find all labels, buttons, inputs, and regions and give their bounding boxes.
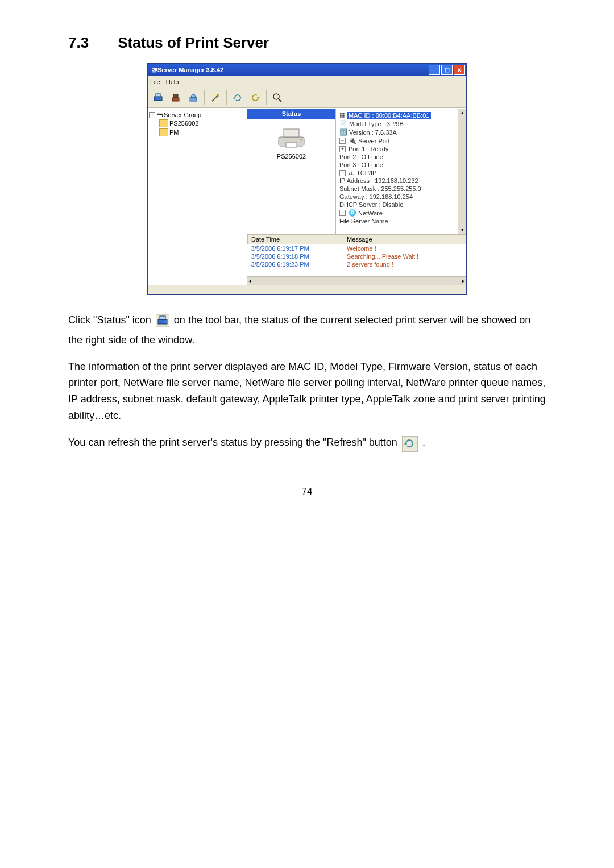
tree-item-ps[interactable]: PS256002 bbox=[149, 119, 246, 128]
detail-dhcp: DHCP Server : Disable bbox=[339, 201, 403, 208]
reboot-tool-icon[interactable] bbox=[247, 90, 263, 106]
detail-netware: NetWare bbox=[358, 210, 383, 217]
detail-gateway: Gateway : 192.168.10.254 bbox=[339, 193, 413, 200]
table-row: 3/5/2006 6:19:18 PMSearching... Please W… bbox=[248, 252, 466, 260]
svg-rect-3 bbox=[172, 98, 179, 101]
paragraph-3: You can refresh the print server's statu… bbox=[68, 434, 546, 452]
section-title: Status of Print Server bbox=[118, 34, 269, 51]
folder-icon bbox=[159, 119, 168, 127]
setup-tool-icon[interactable] bbox=[168, 90, 184, 106]
port-icon: 🔌 bbox=[349, 137, 356, 144]
menu-help[interactable]: Help bbox=[166, 78, 179, 85]
detail-version: Version : 7.6.33A bbox=[349, 129, 397, 136]
minimize-button[interactable]: _ bbox=[429, 65, 440, 75]
detail-subnet: Subnet Mask : 255.255.255.0 bbox=[339, 185, 421, 192]
wizard-tool-icon[interactable] bbox=[208, 90, 223, 106]
window-statusbar bbox=[148, 285, 466, 294]
detail-tree: ▦MAC ID : 00:00:B4:AA:BB:01 📄Model Type … bbox=[336, 109, 458, 234]
svg-rect-4 bbox=[173, 94, 178, 98]
paragraph-1: Click "Status" icon on the tool bar, the… bbox=[68, 312, 546, 348]
window-title: Server Manager 3.8.42 bbox=[157, 67, 428, 73]
printer-name: PS256002 bbox=[277, 153, 306, 160]
log-panel: Date Time Message 3/5/2006 6:19:17 PMWel… bbox=[247, 234, 466, 285]
detail-serverport: Server Port bbox=[358, 138, 390, 144]
svg-marker-10 bbox=[257, 97, 260, 99]
svg-rect-19 bbox=[160, 316, 165, 319]
screenshot: 🖳 Server Manager 3.8.42 _ ☐ ✕ File Help bbox=[68, 63, 546, 295]
svg-marker-9 bbox=[233, 97, 236, 99]
detail-ip: IP Address : 192.168.10.232 bbox=[339, 177, 418, 184]
svg-point-7 bbox=[212, 95, 213, 96]
svg-marker-6 bbox=[217, 94, 219, 97]
col-datetime[interactable]: Date Time bbox=[248, 235, 343, 244]
detail-fileserver: File Server Name : bbox=[339, 218, 392, 225]
version-icon: 🔢 bbox=[339, 128, 347, 136]
table-row: 3/5/2006 6:19:17 PMWelcome ! bbox=[248, 244, 466, 253]
detail-mac: MAC ID : 00:00:B4:AA:BB:01 bbox=[347, 112, 431, 119]
menu-bar: File Help bbox=[148, 76, 466, 88]
refresh-icon-inline bbox=[402, 436, 418, 452]
printer-graphic: PS256002 bbox=[276, 127, 307, 160]
status-icon-inline bbox=[156, 314, 169, 332]
status-column: Status PS256002 bbox=[247, 109, 336, 234]
toolbar-separator bbox=[266, 90, 267, 105]
chip-icon: ▦ bbox=[339, 111, 345, 119]
vertical-scrollbar[interactable]: ▴▾ bbox=[458, 109, 466, 234]
detail-tcpip: TCP/IP bbox=[356, 169, 376, 176]
svg-point-16 bbox=[300, 139, 302, 140]
section-number: 7.3 bbox=[68, 34, 114, 52]
detail-port3: Port 3 : Off Line bbox=[339, 161, 383, 168]
netware-icon: 🌐 bbox=[349, 209, 356, 217]
refresh-tool-icon[interactable] bbox=[230, 90, 246, 106]
tcpip-icon: 🖧 bbox=[349, 169, 355, 176]
general-tool-icon[interactable] bbox=[185, 90, 201, 106]
detail-port2: Port 2 : Off Line bbox=[339, 153, 383, 160]
paragraph-2: The information of the print server disp… bbox=[68, 359, 546, 424]
detail-port1: Port 1 : Ready bbox=[349, 146, 388, 152]
detail-model: Model Type : 3P/9B bbox=[349, 121, 404, 127]
svg-point-2 bbox=[160, 98, 161, 99]
menu-file[interactable]: File bbox=[150, 78, 160, 85]
table-row: 3/5/2006 6:19:23 PM2 servers found ! bbox=[248, 260, 466, 268]
right-pane: Status PS256002 ▦MAC ID : 00 bbox=[247, 109, 466, 285]
status-tool-icon[interactable] bbox=[150, 90, 166, 106]
svg-point-8 bbox=[214, 99, 215, 101]
svg-rect-14 bbox=[284, 129, 299, 137]
client-area: − 🗃 Server Group PS256002 PM bbox=[148, 108, 466, 285]
maximize-button[interactable]: ☐ bbox=[441, 65, 453, 75]
svg-line-12 bbox=[279, 99, 281, 102]
tree-root[interactable]: − 🗃 Server Group bbox=[149, 111, 246, 119]
toolbar-separator bbox=[204, 90, 205, 105]
servers-icon: 🗃 bbox=[156, 111, 163, 118]
col-message[interactable]: Message bbox=[343, 235, 466, 244]
window-titlebar: 🖳 Server Manager 3.8.42 _ ☐ ✕ bbox=[148, 64, 466, 76]
svg-point-11 bbox=[273, 94, 279, 99]
toolbar-separator bbox=[226, 90, 227, 105]
app-window: 🖳 Server Manager 3.8.42 _ ☐ ✕ File Help bbox=[147, 63, 467, 295]
close-button[interactable]: ✕ bbox=[454, 65, 465, 75]
tree-pane: − 🗃 Server Group PS256002 PM bbox=[148, 109, 247, 285]
tree-item-pm[interactable]: PM bbox=[149, 128, 246, 137]
search-tool-icon[interactable] bbox=[269, 90, 285, 106]
section-heading: 7.3 Status of Print Server bbox=[68, 34, 546, 52]
svg-rect-1 bbox=[156, 94, 160, 97]
page-number: 74 bbox=[68, 486, 546, 497]
svg-point-20 bbox=[165, 321, 167, 323]
app-icon: 🖳 bbox=[151, 67, 157, 73]
folder-icon bbox=[159, 128, 168, 136]
toolbar bbox=[148, 88, 466, 108]
svg-rect-5 bbox=[190, 97, 197, 101]
status-header: Status bbox=[247, 109, 335, 119]
horizontal-scrollbar[interactable]: ◂▸ bbox=[247, 276, 466, 285]
svg-rect-15 bbox=[286, 143, 297, 147]
model-icon: 📄 bbox=[339, 120, 347, 127]
